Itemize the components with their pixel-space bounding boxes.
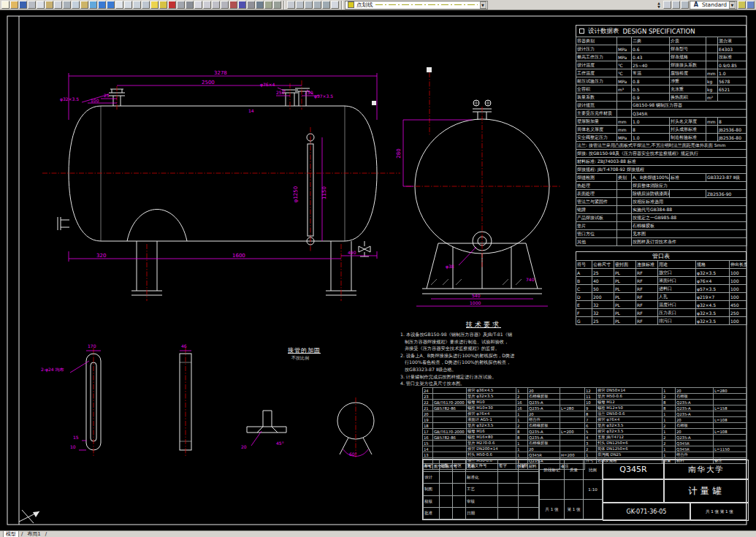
new-icon[interactable] (1, 1, 9, 9)
calculator-icon[interactable] (264, 1, 272, 9)
table-row: 设计温度℃25~40焊接接头系数0.9/0.85 (576, 61, 747, 69)
spec-title-en: DESIGN SPECIFICATION (623, 28, 695, 35)
publish-icon[interactable] (45, 1, 53, 9)
design-spec-table: 设计数据表 DESIGN SPECIFICATION 容器类别二类介质混合液设计… (576, 25, 747, 246)
color-control-icon[interactable] (168, 1, 176, 9)
save-icon[interactable] (19, 1, 27, 9)
text-style-combo[interactable]: A Standard ▼ (690, 1, 737, 9)
table-row: 最高工作压力MPa0.43焊条规格按标准 (576, 53, 747, 61)
detail-reinforcement: 60° (337, 397, 374, 459)
ortho-icon[interactable] (672, 1, 680, 9)
stage-zone: 阶段标记质量比例1:10共 1 张第 1 张 (539, 460, 603, 519)
down-arrow-icon[interactable]: ▼ (655, 5, 663, 9)
list-icon[interactable] (247, 1, 255, 9)
table-row: 设计压力MPa0.6焊条型号E4303 (576, 45, 747, 53)
table-row: 批准日期 (424, 507, 539, 519)
toolbar-scroll-spinner[interactable]: ▲▼ (655, 1, 663, 9)
find-icon[interactable] (54, 1, 62, 9)
linetype-combo[interactable]: 点划线 ▼ (345, 1, 488, 9)
dim-1250: φ1250 (293, 186, 299, 202)
table-row: 23垫片 φ32×3.52石棉橡胶板 (423, 394, 585, 400)
table-row: 15垫片 M270-0.61石棉橡胶板 (423, 441, 585, 446)
angle-45: 45° (276, 441, 284, 446)
table-row: 工作温度℃常温腐蚀裕度mm1.0 (576, 69, 747, 77)
text-line: 1. 本设备按GB150-98《钢制压力容器》及JB/T-81《钢 (400, 331, 567, 338)
table-row: 安全阀整定压力MPa1.0制造检验标准JB2536-80 (576, 134, 747, 142)
help-icon[interactable] (747, 1, 755, 9)
table-row: 19液面计 AG5-11组合件 (423, 417, 585, 423)
pan-icon[interactable] (115, 1, 123, 9)
drawing-area[interactable]: 3278 2500 25 100 φ32×3.5 φ76×4 φ57×3.5 2… (0, 10, 756, 530)
tab-layout1[interactable]: 布局1 (25, 531, 42, 537)
spec-title: 设计数据表 DESIGN SPECIFICATION (576, 25, 747, 37)
toolbar: 点划线 ▼ ▲▼ A Standard ▼ (0, 0, 756, 10)
units-icon[interactable] (221, 1, 229, 9)
table-row: 10螺母 M128Q235-A (585, 400, 747, 405)
zoom-window-icon[interactable] (133, 1, 141, 9)
plot-preview-icon[interactable] (37, 1, 45, 9)
dim-aligned-icon[interactable] (296, 1, 304, 9)
point-style-icon[interactable] (212, 1, 220, 9)
match-properties-icon[interactable] (89, 1, 97, 9)
technical-requirements: 技术要求 1. 本设备按GB150-98《钢制压力容器》及JB/T-81《钢 制… (400, 320, 567, 387)
table-row: 2筒体 DN1250×61Q345RL=1150 (585, 446, 747, 452)
table-row: 热处理焊后整体消除应力 (576, 182, 747, 190)
lineweight-icon[interactable] (186, 1, 194, 9)
section-mark (372, 101, 376, 105)
chevron-down-icon[interactable]: ▼ (480, 1, 486, 9)
dim-280: 280 (396, 148, 402, 158)
plot-icon[interactable] (28, 1, 36, 9)
table-row: 管法兰与紧固件按相应标准选用 (576, 198, 747, 206)
dim-style-icon[interactable] (203, 1, 211, 9)
table-row: 垫片石棉橡胶板 (576, 222, 747, 230)
spec-title-zh: 设计数据表 (588, 27, 619, 36)
layer-control-icon[interactable] (159, 1, 167, 9)
text-line: 制压力容器焊接规程》要求进行制造、试验和验收， (400, 338, 567, 346)
revision-zone: 标记处数分区更改文件号签字日期设计标准化制图工艺校核审核批准日期 (423, 460, 539, 519)
redo-icon[interactable] (107, 1, 115, 9)
distance-icon[interactable] (229, 1, 237, 9)
osnap-icon[interactable] (663, 1, 671, 9)
dim-170: 170 (88, 343, 96, 349)
paste-icon[interactable] (80, 1, 88, 9)
quick-dim-icon[interactable] (322, 1, 330, 9)
dim-2500: 2500 (202, 80, 215, 85)
chevron-down-icon[interactable]: ▼ (729, 1, 736, 9)
dim-320: 320 (96, 253, 106, 259)
undo-icon[interactable] (98, 1, 106, 9)
area-icon[interactable] (238, 1, 246, 9)
copy-icon[interactable] (72, 1, 80, 9)
dim-linear-icon[interactable] (287, 1, 295, 9)
side-view-centerlines (406, 72, 561, 267)
ucs-icon (19, 510, 39, 523)
table-row: 材料标准: ZBJ74003-88 标准 (576, 158, 747, 166)
cut-icon[interactable] (63, 1, 71, 9)
zoom-realtime-icon[interactable] (124, 1, 132, 9)
table-row: 法兰: 接管法兰采用凸面板式平焊法兰,不另注明时法兰面距壳体外表面 5mm (576, 142, 747, 150)
detail-weld: 20 45° (241, 411, 286, 449)
table-row: 12接管 DN50×14120L=280 (585, 388, 747, 394)
table-row: 1排污阀 DN251组合件 (585, 452, 747, 458)
style-manager-icon[interactable] (738, 1, 746, 9)
text-style-icon[interactable] (194, 1, 202, 9)
drawing-title: 计量罐 (664, 479, 749, 503)
head-nozzle (58, 217, 69, 230)
table-row: 共 1 张第 1 张 (540, 500, 603, 519)
table-row: 符号公称尺寸密封面连接标准用途规格伸出长度 (576, 261, 747, 269)
open-icon[interactable] (10, 1, 18, 9)
layer-properties-icon[interactable] (150, 1, 159, 9)
dim-radius-icon[interactable] (305, 1, 313, 9)
id-point-icon[interactable] (256, 1, 264, 9)
dim-angular-icon[interactable] (313, 1, 321, 9)
script-icon[interactable] (273, 1, 281, 9)
linetype-manager-icon[interactable] (177, 1, 185, 9)
tab-model[interactable]: 模型 (3, 530, 19, 537)
linetype-preview (375, 4, 478, 5)
dim-1600: 1600 (232, 253, 245, 259)
zoom-previous-icon[interactable] (142, 1, 150, 9)
detail-level-gauge-2: 46 (180, 343, 191, 457)
polar-icon[interactable] (681, 1, 689, 9)
table-row: 4支座 JB/T47122Q235-A (585, 435, 747, 441)
drawing-number: GK-071-36-05 (603, 503, 690, 521)
mtext-icon[interactable] (331, 1, 339, 9)
